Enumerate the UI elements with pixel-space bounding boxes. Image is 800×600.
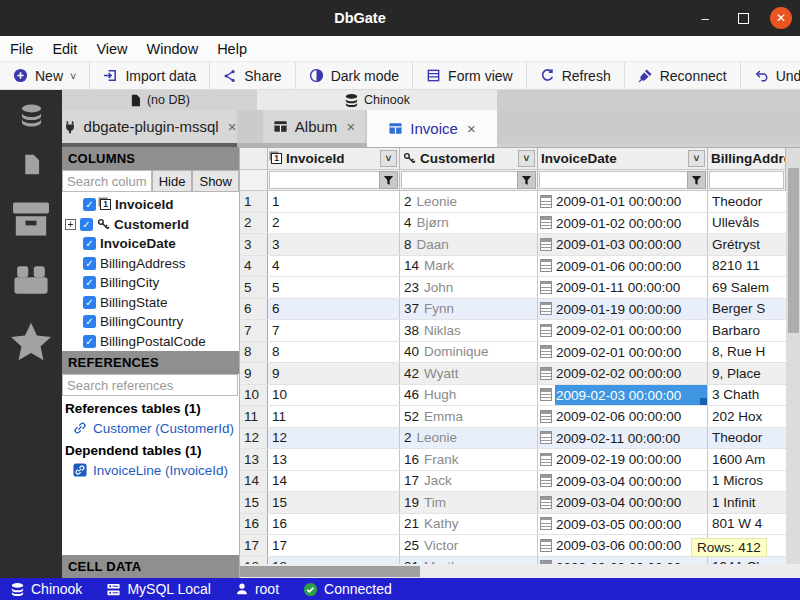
cell-billingaddress[interactable]: Barbaro — [708, 320, 786, 341]
checkbox-billingcountry[interactable]: ✓ — [83, 315, 96, 328]
cell-invoiceid[interactable]: 11 — [268, 406, 400, 427]
menu-item-window[interactable]: Window — [145, 40, 201, 58]
cell-customerid[interactable]: 4Bjørn — [400, 213, 538, 234]
cell-billingaddress[interactable]: 69 Salem — [708, 277, 786, 298]
checkbox-billingstate[interactable]: ✓ — [83, 296, 96, 309]
cell-invoiceid[interactable]: 6 — [268, 299, 400, 320]
filter-input-customerid[interactable] — [401, 171, 536, 189]
date-editor-icon[interactable] — [540, 302, 552, 315]
cell-invoiceid[interactable]: 3 — [268, 234, 400, 255]
date-editor-icon[interactable] — [540, 431, 552, 444]
cell-customerid[interactable]: 8Daan — [400, 234, 538, 255]
cell-customerid[interactable]: 2Leonie — [400, 428, 538, 449]
grid-column-header-customerid[interactable]: CustomerId˅ — [400, 148, 538, 169]
cell-customerid[interactable]: 17Jack — [400, 471, 538, 492]
cell-customerid[interactable]: 14Mark — [400, 256, 538, 277]
cell-invoiceid[interactable]: 17 — [268, 535, 400, 556]
grid-column-header-invoiceid[interactable]: 1InvoiceId˅ — [268, 148, 400, 169]
cell-billingaddress[interactable]: Berger S — [708, 299, 786, 320]
cell-customerid[interactable]: 25Victor — [400, 535, 538, 556]
cell-invoiceid[interactable]: 5 — [268, 277, 400, 298]
cell-invoicedate[interactable]: 2009-01-19 00:00:00 — [538, 299, 708, 320]
row-number-cell[interactable]: 11 — [240, 406, 268, 427]
cell-invoicedate[interactable]: 2009-01-06 00:00:00 — [538, 256, 708, 277]
checkbox-billingcity[interactable]: ✓ — [83, 276, 96, 289]
tab-close-icon[interactable]: × — [467, 120, 476, 137]
status-chinook[interactable]: Chinook — [10, 581, 82, 597]
search-columns-input[interactable] — [62, 170, 152, 192]
row-number-cell[interactable]: 1 — [240, 191, 268, 212]
show-button[interactable]: Show — [192, 170, 239, 192]
tab-invoice[interactable]: Invoice× — [367, 110, 497, 147]
checkbox-billingpostalcode[interactable]: ✓ — [83, 335, 96, 348]
cell-invoiceid[interactable]: 15 — [268, 492, 400, 513]
column-item-customerid[interactable]: +✓CustomerId — [62, 215, 239, 235]
grid-column-header-invoicedate[interactable]: InvoiceDate˅ — [538, 148, 708, 169]
row-number-cell[interactable]: 16 — [240, 514, 268, 535]
column-menu-chevron-icon[interactable]: ˅ — [688, 150, 705, 167]
date-editor-icon[interactable] — [540, 496, 552, 509]
cell-invoicedate[interactable]: 2009-02-11 00:00:00 — [538, 428, 708, 449]
checkbox-invoiceid[interactable]: ✓ — [83, 198, 96, 211]
row-number-cell[interactable]: 6 — [240, 299, 268, 320]
tab-group-chinook[interactable]: Chinook — [257, 90, 497, 110]
column-item-invoicedate[interactable]: ✓InvoiceDate — [62, 234, 239, 254]
cell-billingaddress[interactable]: Theodor — [708, 191, 786, 212]
date-editor-icon[interactable] — [540, 453, 552, 466]
cell-customerid[interactable]: 16Frank — [400, 449, 538, 470]
row-number-cell[interactable]: 7 — [240, 320, 268, 341]
close-button[interactable]: ✕ — [770, 7, 792, 29]
status-mysql-local[interactable]: MySQL Local — [106, 581, 211, 597]
cell-invoiceid[interactable]: 8 — [268, 342, 400, 363]
column-item-billingcity[interactable]: ✓BillingCity — [62, 273, 239, 293]
date-editor-icon[interactable] — [540, 281, 552, 294]
grid-column-header-billingaddress[interactable]: BillingAddress — [708, 148, 786, 169]
toolbar-button-refresh[interactable]: Refresh — [527, 62, 625, 89]
cell-invoiceid[interactable]: 9 — [268, 363, 400, 384]
cell-invoicedate[interactable]: 2009-03-04 00:00:00 — [538, 471, 708, 492]
toolbar-button-import-data[interactable]: Import data — [90, 62, 210, 89]
cell-invoiceid[interactable]: 4 — [268, 256, 400, 277]
date-editor-icon[interactable] — [540, 324, 552, 337]
sidebar-favorites-star-icon[interactable] — [17, 328, 45, 359]
reference-link-invoiceline-invoiceid[interactable]: InvoiceLine (InvoiceId) — [62, 460, 239, 480]
cell-customerid[interactable]: 46Hugh — [400, 385, 538, 406]
cell-billingaddress[interactable]: Ullevåls — [708, 213, 786, 234]
cell-invoicedate[interactable]: 2009-02-03 00:00:00 — [538, 385, 708, 406]
cell-customerid[interactable]: 38Niklas — [400, 320, 538, 341]
tab-close-icon[interactable]: × — [346, 118, 355, 135]
row-number-cell[interactable]: 2 — [240, 213, 268, 234]
cell-billingaddress[interactable]: Grétryst — [708, 234, 786, 255]
row-number-cell[interactable]: 10 — [240, 385, 268, 406]
sidebar-file-icon[interactable] — [25, 158, 38, 174]
toolbar-button-reconnect[interactable]: Reconnect — [625, 62, 741, 89]
vertical-scrollbar[interactable] — [786, 148, 800, 578]
cell-billingaddress[interactable]: 801 W 4 — [708, 514, 786, 535]
column-item-invoiceid[interactable]: ✓1InvoiceId — [62, 195, 239, 215]
cell-billingaddress[interactable]: 1600 Am — [708, 449, 786, 470]
row-number-cell[interactable]: 15 — [240, 492, 268, 513]
cell-invoicedate[interactable]: 2009-02-01 00:00:00 — [538, 342, 708, 363]
menu-item-file[interactable]: File — [8, 40, 35, 58]
filter-input-billingaddress[interactable] — [709, 171, 784, 189]
row-number-cell[interactable]: 4 — [240, 256, 268, 277]
tab-group-no-db[interactable]: (no DB) — [62, 90, 257, 110]
search-references-input[interactable] — [62, 374, 238, 396]
cell-customerid[interactable]: 42Wyatt — [400, 363, 538, 384]
toolbar-button-dark-mode[interactable]: Dark mode — [296, 62, 413, 89]
cell-invoicedate[interactable]: 2009-02-02 00:00:00 — [538, 363, 708, 384]
cell-customerid[interactable]: 40Dominique — [400, 342, 538, 363]
date-editor-icon[interactable] — [540, 539, 552, 552]
row-number-cell[interactable]: 8 — [240, 342, 268, 363]
toolbar-button-new[interactable]: New˅ — [0, 62, 90, 89]
cell-billingaddress[interactable]: 202 Hox — [708, 406, 786, 427]
date-editor-icon[interactable] — [540, 517, 552, 530]
menu-item-edit[interactable]: Edit — [50, 40, 79, 58]
sidebar-archive-icon[interactable] — [18, 206, 44, 235]
cell-invoiceid[interactable]: 13 — [268, 449, 400, 470]
cell-billingaddress[interactable]: 9, Place — [708, 363, 786, 384]
selection-fill-handle[interactable] — [700, 398, 707, 405]
date-editor-icon[interactable] — [540, 259, 552, 272]
cell-billingaddress[interactable]: 8210 11 — [708, 256, 786, 277]
column-item-billingcountry[interactable]: ✓BillingCountry — [62, 312, 239, 332]
